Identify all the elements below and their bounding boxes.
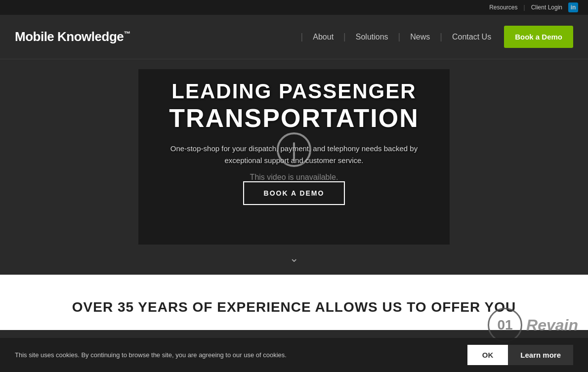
logo-text: Mobile Knowledge™: [15, 29, 130, 44]
logo-tm: ™: [124, 30, 130, 38]
nav-separator-1: |: [343, 32, 346, 42]
client-login-link[interactable]: Client Login: [531, 4, 562, 11]
nav-item-solutions[interactable]: Solutions: [348, 33, 396, 41]
hero-wrapper: This video is unavailable. LEADING PASSE…: [138, 69, 450, 245]
nav-separator-start: |: [301, 32, 303, 42]
video-placeholder: This video is unavailable.: [138, 69, 450, 245]
hero-section: This video is unavailable. LEADING PASSE…: [0, 59, 588, 275]
utility-bar: Resources | Client Login in: [0, 0, 588, 15]
hero-cta-button[interactable]: BOOK A DEMO: [243, 181, 345, 205]
linkedin-icon[interactable]: in: [568, 2, 578, 12]
cookie-ok-button[interactable]: OK: [467, 345, 508, 365]
nav-item-news[interactable]: News: [402, 33, 438, 41]
logo: Mobile Knowledge™: [15, 29, 130, 44]
video-unavailable-text: This video is unavailable.: [250, 173, 338, 182]
resources-link[interactable]: Resources: [489, 4, 517, 11]
nav-item-about[interactable]: About: [305, 33, 341, 41]
scroll-chevron[interactable]: ⌄: [290, 245, 298, 275]
logo-wordmark: Mobile Knowledge: [15, 29, 124, 44]
main-nav: Mobile Knowledge™ | About | Solutions | …: [0, 15, 588, 59]
cookie-text: This site uses cookies. By continuing to…: [15, 351, 458, 359]
revain-watermark: 01 Revain: [488, 308, 578, 342]
nav-separator-2: |: [398, 32, 401, 42]
separator-1: |: [524, 4, 525, 11]
nav-separator-3: |: [440, 32, 442, 42]
revain-brand-text: Revain: [526, 316, 578, 334]
nav-item-contact[interactable]: Contact Us: [444, 33, 499, 41]
cookie-learn-more-button[interactable]: Learn more: [508, 345, 573, 365]
revain-circle: 01: [488, 308, 522, 342]
video-unavailable-icon: [277, 132, 311, 167]
book-demo-button[interactable]: Book a Demo: [504, 26, 573, 48]
cookie-buttons: OK Learn more: [467, 345, 573, 365]
nav-links: | About | Solutions | News | Contact Us …: [299, 26, 573, 48]
cookie-bar: This site uses cookies. By continuing to…: [0, 338, 588, 372]
